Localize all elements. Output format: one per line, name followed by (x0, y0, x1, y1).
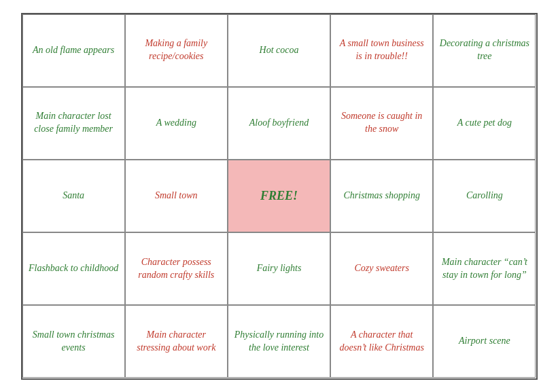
bingo-cell-15: Flashback to childhood (22, 232, 125, 305)
bingo-cell-20: Small town christmas events (22, 305, 125, 378)
bingo-cell-6: A wedding (125, 87, 228, 160)
bingo-cell-4: Decorating a christmas tree (433, 14, 536, 87)
bingo-cell-10: Santa (22, 160, 125, 232)
bingo-cell-7: Aloof boyfriend (228, 87, 330, 160)
bingo-cell-1: Making a family recipe/cookies (125, 14, 228, 87)
bingo-cell-16: Character possess random crafty skills (125, 232, 228, 305)
bingo-cell-22: Physically running into the love interes… (228, 305, 330, 378)
bingo-cell-3: A small town business is in trouble!! (330, 14, 433, 87)
bingo-cell-14: Carolling (433, 160, 536, 232)
bingo-cell-2: Hot cocoa (228, 14, 330, 87)
bingo-cell-21: Main character stressing about work (125, 305, 228, 378)
bingo-cell-11: Small town (125, 160, 228, 232)
bingo-cell-12: FREE! (228, 160, 330, 232)
bingo-cell-19: Main character “can’t stay in town for l… (433, 232, 536, 305)
bingo-board: An old flame appearsMaking a family reci… (21, 13, 538, 380)
bingo-cell-5: Main character lost close family member (22, 87, 125, 160)
bingo-cell-13: Christmas shopping (330, 160, 433, 232)
bingo-cell-17: Fairy lights (228, 232, 330, 305)
bingo-cell-8: Someone is caught in the snow (330, 87, 433, 160)
bingo-cell-18: Cozy sweaters (330, 232, 433, 305)
bingo-cell-9: A cute pet dog (433, 87, 536, 160)
bingo-cell-24: Airport scene (433, 305, 536, 378)
bingo-cell-23: A character that doesn’t like Christmas (330, 305, 433, 378)
bingo-cell-0: An old flame appears (22, 14, 125, 87)
